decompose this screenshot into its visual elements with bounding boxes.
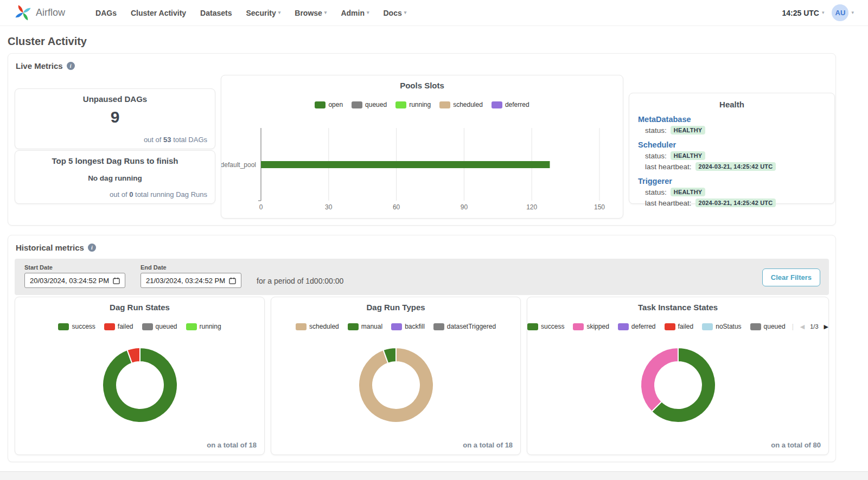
airflow-brand[interactable]: Airflow — [14, 4, 65, 22]
nav-label: Security — [246, 9, 276, 17]
legend-item-deferred[interactable]: deferred — [618, 323, 656, 330]
clear-filters-button[interactable]: Clear Filters — [762, 268, 820, 286]
legend-label: manual — [361, 323, 382, 330]
status-row: status: HEALTHY — [645, 126, 826, 135]
end-date-field: End Date 21/03/2024, 03:24:52 PM — [141, 264, 241, 288]
footnote-prefix: out of — [110, 190, 127, 199]
status-badge: HEALTHY — [671, 126, 706, 135]
legend-item-running[interactable]: running — [186, 323, 221, 330]
calendar-icon[interactable] — [113, 277, 120, 284]
dag-run-types-total: on a total of 18 — [463, 441, 513, 449]
info-icon[interactable]: i — [88, 244, 96, 252]
legend-item-queued[interactable]: queued — [352, 101, 387, 108]
user-avatar: AU — [832, 4, 848, 21]
legend-item-queued[interactable]: queued — [142, 323, 177, 330]
dag-run-types-donut[interactable] — [271, 344, 520, 426]
airflow-logo — [14, 4, 32, 22]
failed-swatch — [104, 323, 115, 330]
footer-bar — [0, 471, 868, 480]
legend-item-manual[interactable]: manual — [348, 323, 382, 330]
nav-item-dags[interactable]: DAGs — [95, 9, 117, 17]
dag-run-states-card: Dag Run States successfailedqueuedrunnin… — [15, 297, 265, 455]
legend-page-prev-icon[interactable]: ◀ — [800, 324, 805, 330]
legend-item-deferred[interactable]: deferred — [492, 101, 529, 108]
task-instance-states-donut[interactable] — [527, 344, 828, 426]
nav-item-datasets[interactable]: Datasets — [200, 9, 232, 17]
dag-run-states-donut[interactable] — [15, 344, 264, 426]
heartbeat-badge: 2024-03-21, 14:25:42 UTC — [695, 162, 776, 171]
nav-label: Datasets — [200, 9, 232, 17]
live-metrics-grid: Unpaused DAGs 9 out of 53 total DAGs Top… — [15, 75, 829, 219]
pools-slots-card: Pools Slots openqueuedrunningscheduledde… — [221, 75, 623, 219]
task-instance-states-total: on a total of 80 — [771, 441, 821, 449]
legend-label: running — [200, 323, 221, 330]
legend-label: open — [328, 101, 343, 108]
nav-item-browse[interactable]: Browse▾ — [295, 9, 327, 17]
queued-swatch — [750, 323, 761, 330]
info-icon[interactable]: i — [67, 62, 75, 70]
status-label: status: — [645, 152, 667, 160]
legend-item-queued[interactable]: queued — [750, 323, 786, 330]
deferred-swatch — [492, 101, 502, 108]
legend-item-open[interactable]: open — [315, 101, 343, 108]
navbar-right: 14:25 UTC ▾ AU ▾ — [782, 4, 854, 21]
footnote-suffix: total DAGs — [173, 136, 207, 144]
start-date-value: 20/03/2024, 03:24:52 PM — [30, 277, 109, 285]
nav-label: DAGs — [95, 9, 117, 17]
legend-page-next-icon[interactable]: ▶ — [824, 324, 828, 330]
legend-label: failed — [678, 323, 694, 330]
legend-label: queued — [764, 323, 786, 330]
legend-item-backfill[interactable]: backfill — [391, 323, 425, 330]
legend-label: skipped — [586, 323, 609, 330]
legend-label: deferred — [505, 101, 529, 108]
svg-text:90: 90 — [461, 203, 468, 211]
legend-label: success — [72, 323, 95, 330]
pools-slots-bar-chart[interactable]: 0306090120150default_pool — [221, 124, 623, 212]
legend-item-success[interactable]: success — [527, 323, 564, 330]
user-menu[interactable]: AU ▾ — [832, 4, 854, 21]
utc-clock-dropdown[interactable]: 14:25 UTC ▾ — [782, 9, 824, 17]
nav-item-security[interactable]: Security▾ — [246, 9, 280, 17]
heartbeat-label: last heartbeat: — [645, 199, 692, 207]
end-date-input[interactable]: 21/03/2024, 03:24:52 PM — [141, 273, 241, 288]
bar-chart-svg: 0306090120150default_pool — [221, 124, 623, 212]
nav-item-admin[interactable]: Admin▾ — [341, 9, 369, 17]
legend-item-skipped[interactable]: skipped — [573, 323, 609, 330]
nav-item-cluster-activity[interactable]: Cluster Activity — [131, 9, 186, 17]
component-name: Triggerer — [638, 177, 826, 185]
dag-run-types-title: Dag Run Types — [271, 303, 520, 312]
legend-item-noStatus[interactable]: noStatus — [702, 323, 741, 330]
legend-item-running[interactable]: running — [395, 101, 431, 108]
clock-value: 14:25 UTC — [782, 9, 819, 17]
legend-item-failed[interactable]: failed — [665, 323, 694, 330]
health-component-triggerer: Triggerer status: HEALTHY last heartbeat… — [638, 177, 826, 207]
donut-svg — [637, 344, 719, 426]
component-name: Scheduler — [638, 140, 826, 149]
nav-item-docs[interactable]: Docs▾ — [383, 9, 406, 17]
queued-swatch — [352, 101, 362, 108]
legend-item-scheduled[interactable]: scheduled — [439, 101, 483, 108]
component-name: MetaDatabase — [638, 115, 826, 124]
end-date-value: 21/03/2024, 03:24:52 PM — [146, 277, 225, 285]
nav-label: Browse — [295, 9, 322, 17]
calendar-icon[interactable] — [229, 277, 236, 284]
health-component-metadatabase: MetaDatabase status: HEALTHY — [638, 115, 826, 135]
bar-open[interactable] — [261, 161, 550, 168]
start-date-input[interactable]: 20/03/2024, 03:24:52 PM — [24, 273, 125, 288]
no-dag-running-text: No dag running — [23, 174, 207, 182]
caret-down-icon: ▾ — [367, 10, 369, 15]
donut-svg — [355, 344, 437, 426]
legend-pagination-divider: | — [792, 323, 794, 330]
legend-item-failed[interactable]: failed — [104, 323, 133, 330]
pie-slice-skipped[interactable] — [641, 348, 678, 412]
top5-dag-runs-card: Top 5 longest Dag Runs to finish No dag … — [15, 150, 215, 204]
legend-item-datasetTriggered[interactable]: datasetTriggered — [433, 323, 496, 330]
legend-label: running — [409, 101, 431, 108]
svg-text:default_pool: default_pool — [221, 161, 256, 169]
scheduled-swatch — [296, 323, 307, 330]
legend-item-success[interactable]: success — [58, 323, 95, 330]
footnote-prefix: out of — [144, 136, 162, 144]
pools-slots-title: Pools Slots — [221, 81, 623, 90]
legend-item-scheduled[interactable]: scheduled — [296, 323, 339, 330]
page-content: Cluster Activity Live Metrics i Unpaused… — [8, 35, 836, 462]
